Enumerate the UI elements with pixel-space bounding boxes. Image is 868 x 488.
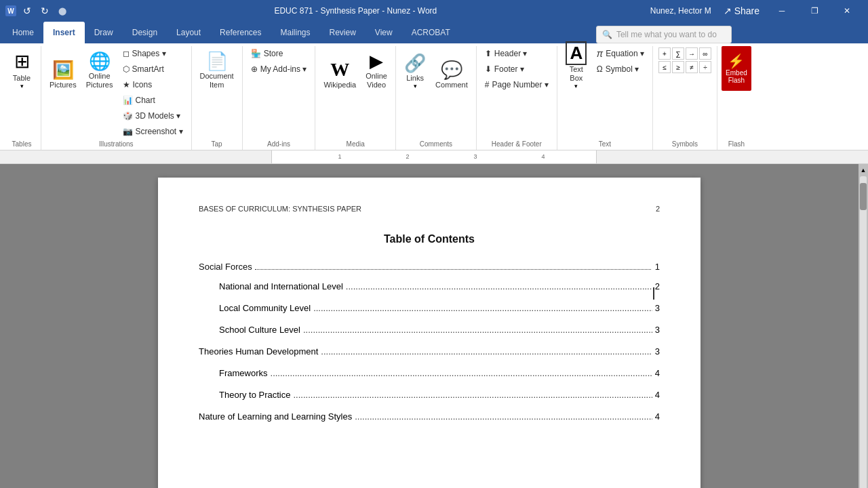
wikipedia-button[interactable]: W Wikipedia bbox=[319, 46, 360, 91]
vertical-scrollbar[interactable]: ▲ ▼ bbox=[859, 164, 868, 488]
symbols-row2: ≤ ≥ ≠ ÷ bbox=[658, 61, 711, 73]
ruler: 1 2 3 4 5 6 7 bbox=[0, 150, 868, 164]
symbols-content: + ∑ → ∞ ≤ ≥ ≠ ÷ bbox=[657, 46, 713, 139]
addins-label: My Add-ins ▾ bbox=[260, 64, 307, 74]
header-footer-label: Header & Footer bbox=[481, 139, 553, 150]
tab-references[interactable]: References bbox=[210, 22, 271, 43]
toc-dots-8: ........................................… bbox=[355, 411, 652, 422]
pictures-button[interactable]: 🖼️ Pictures bbox=[45, 46, 81, 91]
toc-entry-frameworks: Frameworks .............................… bbox=[199, 368, 660, 380]
smartart-button[interactable]: ⬡ SmartArt bbox=[119, 62, 187, 77]
links-icon: 🔗 bbox=[404, 53, 426, 74]
my-addins-button[interactable]: ⊕ My Add-ins ▾ bbox=[247, 62, 311, 77]
toc-text-4: School Culture Level bbox=[219, 325, 300, 335]
toc-dots-7: ........................................… bbox=[294, 390, 652, 400]
text-content: A TextBox ▾ π Equation ▾ Ω Symbol ▾ bbox=[561, 46, 648, 139]
chart-button[interactable]: 📊 Chart bbox=[119, 93, 187, 108]
toc-dots-1: ........................................… bbox=[255, 269, 651, 270]
scroll-thumb[interactable] bbox=[860, 183, 867, 210]
icons-label: Icons bbox=[133, 80, 153, 89]
undo-button[interactable]: ↺ bbox=[20, 4, 34, 18]
header-footer-column: ⬆ Header ▾ ⬇ Footer ▾ # Page Number ▾ bbox=[481, 46, 553, 92]
3d-models-button[interactable]: 🎲 3D Models ▾ bbox=[119, 108, 187, 123]
page-number-label: Page Number ▾ bbox=[492, 80, 548, 89]
tab-draw[interactable]: Draw bbox=[85, 22, 123, 43]
group-symbols: + ∑ → ∞ ≤ ≥ ≠ ÷ Symbols bbox=[653, 46, 717, 150]
links-comments-content: 🔗 Links ▾ 💬 Comment bbox=[400, 46, 472, 139]
textbox-button[interactable]: A TextBox ▾ bbox=[561, 46, 591, 91]
group-links-comments: 🔗 Links ▾ 💬 Comment Comments bbox=[396, 46, 477, 150]
screenshot-label: Screenshot ▾ bbox=[136, 127, 183, 136]
toc-entry-school: School Culture Level ...................… bbox=[199, 325, 660, 337]
equation-button[interactable]: π Equation ▾ bbox=[593, 46, 648, 61]
close-button[interactable]: ✕ bbox=[831, 0, 863, 22]
svg-text:4: 4 bbox=[541, 153, 545, 160]
document-item-icon: 📄 bbox=[206, 51, 228, 72]
tab-design[interactable]: Design bbox=[123, 22, 167, 43]
restore-button[interactable]: ❐ bbox=[799, 0, 830, 22]
document-item-button[interactable]: 📄 DocumentItem bbox=[196, 46, 238, 91]
symbol-item[interactable]: ≤ bbox=[658, 61, 671, 73]
scroll-up-button[interactable]: ▲ bbox=[859, 165, 868, 175]
user-name[interactable]: Nunez, Hector M bbox=[645, 6, 717, 16]
symbol-item[interactable]: ≠ bbox=[686, 61, 698, 73]
tab-review[interactable]: Review bbox=[320, 22, 366, 43]
tab-view[interactable]: View bbox=[366, 22, 402, 43]
screenshot-icon: 📷 bbox=[123, 127, 133, 136]
screenshot-button[interactable]: 📷 Screenshot ▾ bbox=[119, 124, 187, 139]
online-video-button[interactable]: ▶ OnlineVideo bbox=[361, 46, 391, 91]
tab-acrobat[interactable]: ACROBAT bbox=[402, 22, 460, 43]
comment-label: Comment bbox=[435, 81, 468, 89]
symbol-item[interactable]: + bbox=[658, 47, 671, 60]
smartart-icon: ⬡ bbox=[123, 64, 130, 74]
online-pictures-button[interactable]: 🌐 OnlinePictures bbox=[82, 46, 117, 91]
addins-icon: ⊕ bbox=[251, 64, 258, 74]
minimize-button[interactable]: ─ bbox=[766, 0, 797, 22]
search-input-wrapper[interactable]: 🔍 Tell me what you want to do bbox=[596, 26, 732, 43]
tap-label: Tap bbox=[196, 139, 238, 150]
doc-scroll: BASES OF CURRICULUM: SYNTHESIS PAPER 2 T… bbox=[0, 164, 859, 488]
group-media: W Wikipedia ▶ OnlineVideo Media bbox=[315, 46, 396, 150]
links-button[interactable]: 🔗 Links ▾ bbox=[400, 46, 430, 91]
toc-dots-6: ........................................… bbox=[271, 368, 652, 378]
store-button[interactable]: 🏪 Store bbox=[247, 46, 311, 61]
chart-icon: 📊 bbox=[123, 96, 133, 105]
online-video-label: OnlineVideo bbox=[366, 72, 387, 89]
tab-insert[interactable]: Insert bbox=[43, 22, 85, 43]
share-button[interactable]: ↗ Share bbox=[719, 5, 764, 16]
symbol-label: Symbol ▾ bbox=[606, 64, 639, 74]
toc-text-2: National and International Level bbox=[219, 281, 343, 291]
header-button[interactable]: ⬆ Header ▾ bbox=[481, 46, 553, 61]
page-number-button[interactable]: # Page Number ▾ bbox=[481, 77, 553, 92]
page-header: BASES OF CURRICULUM: SYNTHESIS PAPER 2 bbox=[199, 205, 660, 213]
symbol-item[interactable]: → bbox=[686, 47, 698, 60]
icons-button[interactable]: ★ Icons bbox=[119, 77, 187, 92]
toc-dots-3: ........................................… bbox=[313, 303, 652, 313]
table-icon: ⊞ bbox=[14, 50, 30, 73]
table-button[interactable]: ⊞ Table ▾ bbox=[7, 46, 37, 91]
group-tables: ⊞ Table ▾ Tables bbox=[3, 46, 41, 150]
shapes-icon: ◻ bbox=[123, 49, 130, 58]
symbol-item[interactable]: ∑ bbox=[672, 47, 684, 60]
tab-layout[interactable]: Layout bbox=[167, 22, 210, 43]
textbox-icon: A bbox=[566, 41, 587, 65]
embed-flash-button[interactable]: ⚡ Embed Flash bbox=[722, 46, 751, 91]
toc-dots-5: ........................................… bbox=[321, 346, 652, 357]
symbol-item[interactable]: ∞ bbox=[699, 47, 711, 60]
symbol-button[interactable]: Ω Symbol ▾ bbox=[593, 62, 648, 77]
toc-entry-national: National and International Level .......… bbox=[199, 281, 660, 293]
shapes-button[interactable]: ◻ Shapes ▾ bbox=[119, 46, 187, 61]
symbol-item[interactable]: ≥ bbox=[672, 61, 684, 73]
header-footer-content: ⬆ Header ▾ ⬇ Footer ▾ # Page Number ▾ bbox=[481, 46, 553, 139]
tab-home[interactable]: Home bbox=[3, 22, 43, 43]
scroll-track[interactable] bbox=[860, 176, 867, 488]
symbol-item[interactable]: ÷ bbox=[699, 61, 711, 73]
svg-text:1: 1 bbox=[338, 153, 341, 160]
footer-button[interactable]: ⬇ Footer ▾ bbox=[481, 62, 553, 77]
header-icon: ⬆ bbox=[485, 49, 492, 58]
addins-column: 🏪 Store ⊕ My Add-ins ▾ bbox=[247, 46, 311, 77]
redo-button[interactable]: ↻ bbox=[38, 4, 52, 18]
tab-mailings[interactable]: Mailings bbox=[271, 22, 319, 43]
comment-button[interactable]: 💬 Comment bbox=[431, 46, 472, 91]
store-label: Store bbox=[264, 49, 283, 58]
